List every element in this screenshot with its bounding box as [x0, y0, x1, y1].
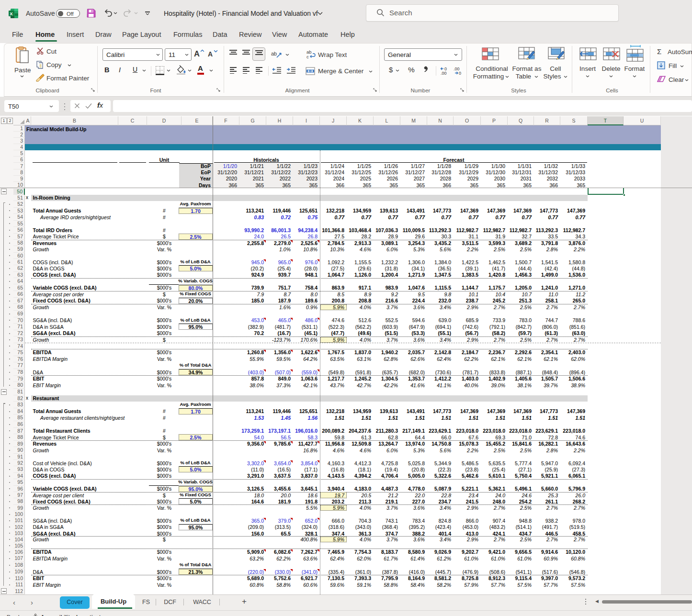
svg-text:c: c	[306, 54, 309, 59]
svg-text:ab: ab	[271, 51, 277, 56]
svg-text:.00: .00	[441, 71, 447, 76]
svg-text:0: 0	[459, 71, 461, 76]
svg-text:0: 0	[444, 67, 447, 71]
svg-text:X: X	[10, 11, 13, 16]
